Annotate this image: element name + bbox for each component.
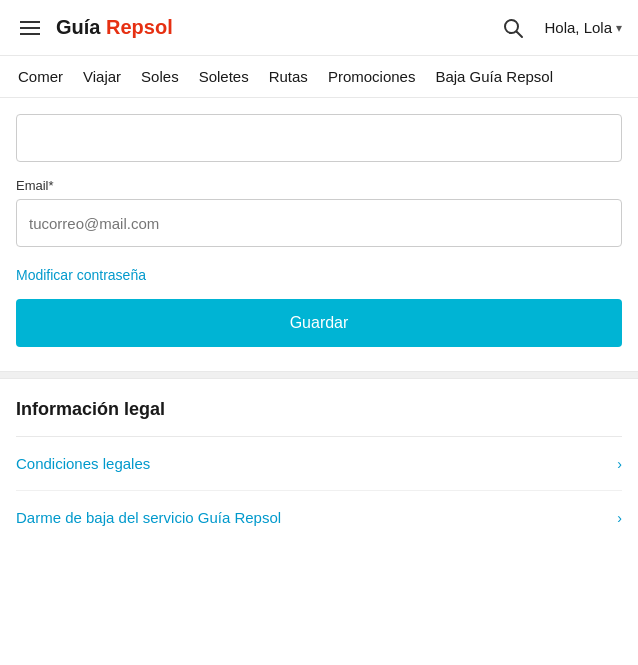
chevron-right-icon-condiciones: › bbox=[617, 456, 622, 472]
nav-item-soletes[interactable]: Soletes bbox=[189, 56, 259, 97]
top-field-input[interactable] bbox=[16, 114, 622, 162]
top-field-wrapper bbox=[16, 98, 622, 162]
logo-repsol: Repsol bbox=[106, 16, 173, 38]
main-nav: Comer Viajar Soles Soletes Rutas Promoci… bbox=[0, 56, 638, 98]
nav-item-promociones[interactable]: Promociones bbox=[318, 56, 426, 97]
search-icon bbox=[502, 17, 524, 39]
greeting-text: Hola, Lola bbox=[544, 19, 612, 36]
section-divider bbox=[0, 371, 638, 379]
modify-password-link[interactable]: Modificar contraseña bbox=[16, 267, 146, 283]
legal-link-baja[interactable]: Darme de baja del servicio Guía Repsol › bbox=[16, 491, 622, 544]
header-left: Guía Repsol bbox=[16, 16, 173, 39]
email-form-group: Email* bbox=[16, 178, 622, 247]
chevron-right-icon-baja: › bbox=[617, 510, 622, 526]
email-label: Email* bbox=[16, 178, 622, 193]
chevron-down-icon: ▾ bbox=[616, 21, 622, 35]
form-section: Email* Modificar contraseña Guardar bbox=[0, 98, 638, 371]
legal-link-condiciones[interactable]: Condiciones legales › bbox=[16, 437, 622, 491]
header: Guía Repsol Hola, Lola ▾ bbox=[0, 0, 638, 56]
nav-item-soles[interactable]: Soles bbox=[131, 56, 189, 97]
search-button[interactable] bbox=[498, 13, 528, 43]
legal-section: Información legal Condiciones legales › … bbox=[0, 379, 638, 564]
nav-item-baja[interactable]: Baja Guía Repsol bbox=[425, 56, 563, 97]
condiciones-legales-text: Condiciones legales bbox=[16, 455, 150, 472]
email-input[interactable] bbox=[16, 199, 622, 247]
legal-section-title: Información legal bbox=[16, 399, 622, 420]
logo-guia: Guía bbox=[56, 16, 100, 38]
save-button[interactable]: Guardar bbox=[16, 299, 622, 347]
hamburger-icon[interactable] bbox=[16, 17, 44, 39]
header-right: Hola, Lola ▾ bbox=[498, 13, 622, 43]
user-greeting-button[interactable]: Hola, Lola ▾ bbox=[544, 19, 622, 36]
baja-servicio-text: Darme de baja del servicio Guía Repsol bbox=[16, 509, 281, 526]
main-content: Email* Modificar contraseña Guardar Info… bbox=[0, 98, 638, 564]
svg-line-1 bbox=[517, 31, 523, 37]
nav-item-rutas[interactable]: Rutas bbox=[259, 56, 318, 97]
logo-text: Guía Repsol bbox=[56, 16, 173, 39]
nav-item-viajar[interactable]: Viajar bbox=[73, 56, 131, 97]
logo[interactable]: Guía Repsol bbox=[56, 16, 173, 39]
nav-item-comer[interactable]: Comer bbox=[8, 56, 73, 97]
